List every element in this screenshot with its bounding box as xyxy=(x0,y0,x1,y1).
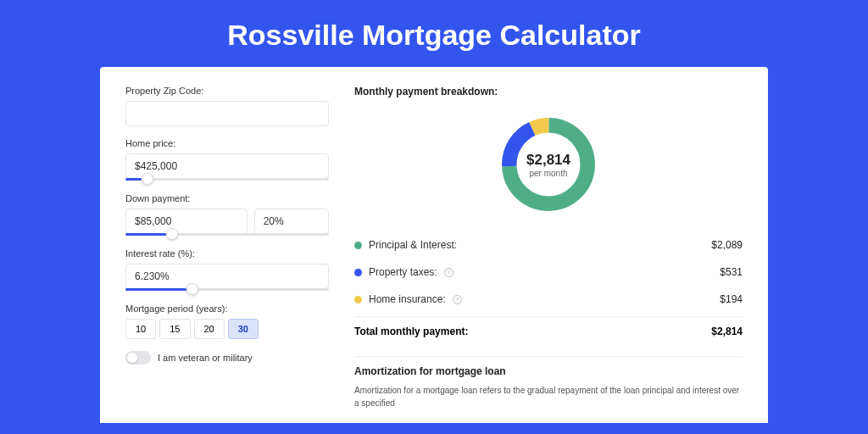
zip-field: Property Zip Code: xyxy=(125,86,329,126)
legend-row: Home insurance:?$194 xyxy=(354,286,743,313)
legend-value: $194 xyxy=(720,293,743,305)
zip-label: Property Zip Code: xyxy=(125,86,329,96)
legend-label: Property taxes: xyxy=(369,266,437,278)
total-value: $2,814 xyxy=(711,326,743,337)
veteran-toggle-row: I am veteran or military xyxy=(125,351,329,364)
legend-label: Principal & Interest: xyxy=(369,239,457,251)
mortgage-period-label: Mortgage period (years): xyxy=(125,303,329,314)
amortization-heading: Amortization for mortgage loan xyxy=(354,365,743,377)
mortgage-period-field: Mortgage period (years): 10152030 xyxy=(125,303,329,339)
interest-rate-label: Interest rate (%): xyxy=(125,248,329,259)
donut-center-sub: per month xyxy=(529,169,567,178)
down-payment-label: Down payment: xyxy=(125,193,329,203)
home-price-input[interactable] xyxy=(125,153,329,179)
amortization-text: Amortization for a mortgage loan refers … xyxy=(354,384,743,409)
legend-value: $531 xyxy=(720,266,743,278)
interest-rate-field: Interest rate (%): xyxy=(125,248,329,292)
down-payment-slider[interactable] xyxy=(125,233,329,236)
legend-dot-icon xyxy=(354,242,362,249)
home-price-field: Home price: xyxy=(125,138,329,181)
slider-thumb-icon[interactable] xyxy=(186,283,198,295)
total-label: Total monthly payment: xyxy=(354,326,468,337)
toggle-knob-icon xyxy=(127,353,137,363)
slider-thumb-icon[interactable] xyxy=(166,228,178,240)
home-price-label: Home price: xyxy=(125,138,329,148)
legend-value: $2,089 xyxy=(711,239,743,251)
breakdown-heading: Monthly payment breakdown: xyxy=(354,86,743,97)
interest-rate-input[interactable] xyxy=(125,264,329,289)
help-icon[interactable]: ? xyxy=(444,268,453,277)
veteran-toggle[interactable] xyxy=(125,351,151,364)
period-btn-20[interactable]: 20 xyxy=(194,319,225,339)
down-payment-field: Down payment: xyxy=(125,193,329,236)
legend-dot-icon xyxy=(354,296,362,303)
legend: Principal & Interest:$2,089Property taxe… xyxy=(354,231,743,313)
period-btn-15[interactable]: 15 xyxy=(159,319,190,339)
veteran-label: I am veteran or military xyxy=(158,353,253,363)
page-title: Rossville Mortgage Calculator xyxy=(0,0,868,67)
slider-thumb-icon[interactable] xyxy=(142,173,153,185)
home-price-slider[interactable] xyxy=(125,178,329,181)
period-btn-10[interactable]: 10 xyxy=(125,319,156,339)
legend-row: Principal & Interest:$2,089 xyxy=(354,231,743,259)
interest-rate-slider[interactable] xyxy=(125,288,329,291)
legend-dot-icon xyxy=(354,269,362,276)
divider xyxy=(354,356,743,357)
calculator-card: Property Zip Code: Home price: Down paym… xyxy=(100,67,768,423)
breakdown-panel: Monthly payment breakdown: $2,814 per mo… xyxy=(354,86,743,423)
donut-center-amount: $2,814 xyxy=(526,152,570,169)
zip-input[interactable] xyxy=(125,101,329,126)
down-payment-amount-input[interactable] xyxy=(125,209,248,234)
legend-row: Property taxes:?$531 xyxy=(354,259,743,286)
mortgage-period-group: 10152030 xyxy=(125,319,329,339)
down-payment-percent-input[interactable] xyxy=(254,209,329,234)
help-icon[interactable]: ? xyxy=(453,295,462,304)
inputs-panel: Property Zip Code: Home price: Down paym… xyxy=(125,86,329,423)
legend-label: Home insurance: xyxy=(369,293,446,305)
donut-chart: $2,814 per month xyxy=(354,104,743,231)
period-btn-30[interactable]: 30 xyxy=(228,319,259,339)
total-row: Total monthly payment: $2,814 xyxy=(354,316,743,346)
